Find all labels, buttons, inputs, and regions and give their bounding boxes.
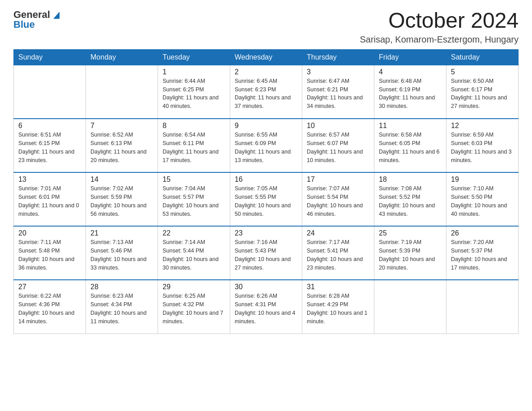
day-number: 31 bbox=[307, 283, 369, 291]
location-subtitle: Sarisap, Komarom-Esztergom, Hungary bbox=[360, 34, 519, 45]
day-info: Sunrise: 6:44 AMSunset: 6:25 PMDaylight:… bbox=[163, 77, 225, 111]
day-number: 8 bbox=[163, 122, 225, 130]
day-info: Sunrise: 7:07 AMSunset: 5:54 PMDaylight:… bbox=[307, 184, 369, 218]
table-row: 24Sunrise: 7:17 AMSunset: 5:41 PMDayligh… bbox=[302, 226, 374, 280]
day-info: Sunrise: 7:17 AMSunset: 5:41 PMDaylight:… bbox=[307, 238, 369, 272]
col-wednesday: Wednesday bbox=[230, 49, 302, 65]
day-number: 17 bbox=[307, 176, 369, 184]
table-row: 9Sunrise: 6:55 AMSunset: 6:09 PMDaylight… bbox=[230, 119, 302, 172]
day-info: Sunrise: 6:51 AMSunset: 6:15 PMDaylight:… bbox=[18, 131, 81, 164]
day-number: 30 bbox=[235, 283, 297, 291]
table-row: 31Sunrise: 6:28 AMSunset: 4:29 PMDayligh… bbox=[302, 280, 374, 334]
day-number: 23 bbox=[235, 229, 297, 237]
day-number: 22 bbox=[163, 229, 225, 237]
col-tuesday: Tuesday bbox=[158, 49, 230, 65]
day-number: 12 bbox=[451, 122, 514, 130]
col-sunday: Sunday bbox=[14, 49, 86, 65]
logo-triangle-icon bbox=[51, 10, 61, 20]
day-number: 1 bbox=[163, 68, 225, 76]
table-row bbox=[446, 280, 519, 334]
table-row: 19Sunrise: 7:10 AMSunset: 5:50 PMDayligh… bbox=[446, 172, 519, 226]
day-number: 4 bbox=[379, 68, 442, 76]
day-number: 26 bbox=[451, 229, 514, 237]
col-monday: Monday bbox=[86, 49, 158, 65]
day-number: 2 bbox=[235, 68, 297, 76]
table-row: 29Sunrise: 6:25 AMSunset: 4:32 PMDayligh… bbox=[158, 280, 230, 334]
day-number: 27 bbox=[18, 283, 81, 291]
day-info: Sunrise: 7:02 AMSunset: 5:59 PMDaylight:… bbox=[90, 184, 153, 218]
table-row: 21Sunrise: 7:13 AMSunset: 5:46 PMDayligh… bbox=[86, 226, 158, 280]
col-friday: Friday bbox=[374, 49, 446, 65]
day-info: Sunrise: 7:01 AMSunset: 6:01 PMDaylight:… bbox=[18, 184, 81, 218]
table-row: 3Sunrise: 6:47 AMSunset: 6:21 PMDaylight… bbox=[302, 65, 374, 119]
day-number: 20 bbox=[18, 229, 81, 237]
table-row: 27Sunrise: 6:22 AMSunset: 4:36 PMDayligh… bbox=[14, 280, 86, 334]
day-info: Sunrise: 6:47 AMSunset: 6:21 PMDaylight:… bbox=[307, 77, 369, 111]
table-row: 25Sunrise: 7:19 AMSunset: 5:39 PMDayligh… bbox=[374, 226, 446, 280]
day-info: Sunrise: 7:10 AMSunset: 5:50 PMDaylight:… bbox=[451, 184, 514, 218]
day-number: 11 bbox=[379, 122, 442, 130]
day-number: 3 bbox=[307, 68, 369, 76]
day-number: 7 bbox=[90, 122, 153, 130]
day-info: Sunrise: 6:54 AMSunset: 6:11 PMDaylight:… bbox=[163, 131, 225, 164]
table-row bbox=[14, 65, 86, 119]
table-row: 26Sunrise: 7:20 AMSunset: 5:37 PMDayligh… bbox=[446, 226, 519, 280]
day-info: Sunrise: 6:50 AMSunset: 6:17 PMDaylight:… bbox=[451, 77, 514, 111]
day-info: Sunrise: 6:59 AMSunset: 6:03 PMDaylight:… bbox=[451, 131, 514, 164]
day-info: Sunrise: 6:58 AMSunset: 6:05 PMDaylight:… bbox=[379, 131, 442, 164]
day-number: 16 bbox=[235, 176, 297, 184]
day-info: Sunrise: 6:45 AMSunset: 6:23 PMDaylight:… bbox=[235, 77, 297, 111]
day-number: 10 bbox=[307, 122, 369, 130]
day-info: Sunrise: 6:52 AMSunset: 6:13 PMDaylight:… bbox=[90, 131, 153, 164]
logo: General Blue bbox=[13, 9, 61, 30]
day-info: Sunrise: 7:05 AMSunset: 5:55 PMDaylight:… bbox=[235, 184, 297, 218]
table-row: 23Sunrise: 7:16 AMSunset: 5:43 PMDayligh… bbox=[230, 226, 302, 280]
day-info: Sunrise: 6:57 AMSunset: 6:07 PMDaylight:… bbox=[307, 131, 369, 164]
day-info: Sunrise: 7:14 AMSunset: 5:44 PMDaylight:… bbox=[163, 238, 225, 272]
table-row: 13Sunrise: 7:01 AMSunset: 6:01 PMDayligh… bbox=[14, 172, 86, 226]
table-row: 14Sunrise: 7:02 AMSunset: 5:59 PMDayligh… bbox=[86, 172, 158, 226]
day-number: 14 bbox=[90, 176, 153, 184]
day-info: Sunrise: 6:48 AMSunset: 6:19 PMDaylight:… bbox=[379, 77, 442, 111]
day-info: Sunrise: 6:55 AMSunset: 6:09 PMDaylight:… bbox=[235, 131, 297, 164]
table-row: 2Sunrise: 6:45 AMSunset: 6:23 PMDaylight… bbox=[230, 65, 302, 119]
day-info: Sunrise: 7:16 AMSunset: 5:43 PMDaylight:… bbox=[235, 238, 297, 272]
table-row: 30Sunrise: 6:26 AMSunset: 4:31 PMDayligh… bbox=[230, 280, 302, 334]
page-header: General Blue October 2024 Sarisap, Komar… bbox=[13, 9, 519, 45]
table-row: 7Sunrise: 6:52 AMSunset: 6:13 PMDaylight… bbox=[86, 119, 158, 172]
day-number: 13 bbox=[18, 176, 81, 184]
day-number: 24 bbox=[307, 229, 369, 237]
table-row bbox=[86, 65, 158, 119]
table-row: 28Sunrise: 6:23 AMSunset: 4:34 PMDayligh… bbox=[86, 280, 158, 334]
table-row: 18Sunrise: 7:08 AMSunset: 5:52 PMDayligh… bbox=[374, 172, 446, 226]
table-row: 6Sunrise: 6:51 AMSunset: 6:15 PMDaylight… bbox=[14, 119, 86, 172]
table-row: 8Sunrise: 6:54 AMSunset: 6:11 PMDaylight… bbox=[158, 119, 230, 172]
day-info: Sunrise: 6:22 AMSunset: 4:36 PMDaylight:… bbox=[18, 292, 81, 325]
title-section: October 2024 Sarisap, Komarom-Esztergom,… bbox=[360, 9, 519, 45]
day-number: 15 bbox=[163, 176, 225, 184]
day-info: Sunrise: 7:04 AMSunset: 5:57 PMDaylight:… bbox=[163, 184, 225, 218]
col-saturday: Saturday bbox=[446, 49, 519, 65]
day-info: Sunrise: 7:19 AMSunset: 5:39 PMDaylight:… bbox=[379, 238, 442, 272]
table-row bbox=[374, 280, 446, 334]
table-row: 15Sunrise: 7:04 AMSunset: 5:57 PMDayligh… bbox=[158, 172, 230, 226]
month-title: October 2024 bbox=[360, 9, 519, 33]
table-row: 16Sunrise: 7:05 AMSunset: 5:55 PMDayligh… bbox=[230, 172, 302, 226]
day-number: 6 bbox=[18, 122, 81, 130]
day-number: 5 bbox=[451, 68, 514, 76]
table-row: 4Sunrise: 6:48 AMSunset: 6:19 PMDaylight… bbox=[374, 65, 446, 119]
day-number: 19 bbox=[451, 176, 514, 184]
table-row: 1Sunrise: 6:44 AMSunset: 6:25 PMDaylight… bbox=[158, 65, 230, 119]
table-row: 11Sunrise: 6:58 AMSunset: 6:05 PMDayligh… bbox=[374, 119, 446, 172]
table-row: 12Sunrise: 6:59 AMSunset: 6:03 PMDayligh… bbox=[446, 119, 519, 172]
table-row: 17Sunrise: 7:07 AMSunset: 5:54 PMDayligh… bbox=[302, 172, 374, 226]
day-number: 21 bbox=[90, 229, 153, 237]
calendar-table: Sunday Monday Tuesday Wednesday Thursday… bbox=[13, 49, 519, 334]
col-thursday: Thursday bbox=[302, 49, 374, 65]
day-info: Sunrise: 7:08 AMSunset: 5:52 PMDaylight:… bbox=[379, 184, 442, 218]
table-row: 10Sunrise: 6:57 AMSunset: 6:07 PMDayligh… bbox=[302, 119, 374, 172]
day-number: 25 bbox=[379, 229, 442, 237]
day-info: Sunrise: 7:11 AMSunset: 5:48 PMDaylight:… bbox=[18, 238, 81, 272]
day-number: 28 bbox=[90, 283, 153, 291]
logo-text-blue: Blue bbox=[13, 19, 35, 30]
